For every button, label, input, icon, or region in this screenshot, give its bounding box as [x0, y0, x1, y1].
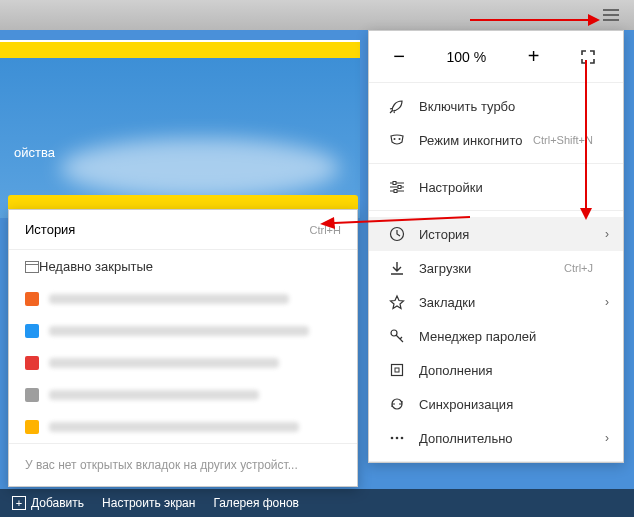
downloads-shortcut: Ctrl+J	[564, 262, 593, 274]
menu-item-more[interactable]: Дополнительно ›	[369, 421, 623, 455]
chevron-right-icon: ›	[605, 227, 609, 241]
svg-point-15	[396, 437, 399, 440]
history-label: История	[419, 227, 469, 242]
yellow-bar	[0, 40, 360, 58]
bookmarks-label: Закладки	[419, 295, 475, 310]
bottom-toolbar: + Добавить Настроить экран Галерея фонов	[0, 489, 634, 517]
favicon	[25, 420, 39, 434]
history-submenu: История Ctrl+H Недавно закрытые У вас не…	[8, 209, 358, 487]
mask-icon	[387, 132, 407, 148]
gallery-backgrounds-button[interactable]: Галерея фонов	[213, 496, 299, 510]
svg-rect-9	[394, 190, 397, 193]
menu-item-passwords[interactable]: Менеджер паролей	[369, 319, 623, 353]
recently-closed-item[interactable]: Недавно закрытые	[9, 250, 357, 283]
svg-rect-8	[398, 186, 401, 189]
svg-rect-12	[392, 365, 403, 376]
favicon	[25, 324, 39, 338]
history-entry[interactable]	[9, 379, 357, 411]
svg-point-3	[399, 138, 401, 140]
zoom-row: − 100 % +	[369, 31, 623, 83]
menu-item-sync[interactable]: Синхронизация	[369, 387, 623, 421]
add-label: Добавить	[31, 496, 84, 510]
chevron-right-icon: ›	[605, 431, 609, 445]
chevron-right-icon: ›	[605, 295, 609, 309]
sync-label: Синхронизация	[419, 397, 513, 412]
downloads-label: Загрузки	[419, 261, 471, 276]
more-label: Дополнительно	[419, 431, 513, 446]
passwords-label: Менеджер паролей	[419, 329, 536, 344]
configure-screen-label: Настроить экран	[102, 496, 195, 510]
favicon	[25, 356, 39, 370]
rocket-icon	[387, 98, 407, 114]
history-entry[interactable]	[9, 347, 357, 379]
menu-item-settings[interactable]: Настройки	[369, 170, 623, 204]
background-sky	[0, 58, 360, 218]
gallery-label: Галерея фонов	[213, 496, 299, 510]
turbo-label: Включить турбо	[419, 99, 515, 114]
incognito-shortcut: Ctrl+Shift+N	[533, 134, 593, 146]
window-top-bar	[0, 0, 634, 30]
tab-icon	[25, 261, 39, 273]
download-icon	[387, 260, 407, 276]
favicon	[25, 388, 39, 402]
zoom-in-button[interactable]: +	[522, 45, 546, 68]
puzzle-icon	[387, 362, 407, 378]
sync-icon	[387, 396, 407, 412]
history-entry[interactable]	[9, 411, 357, 443]
clock-icon	[387, 226, 407, 242]
recently-closed-label: Недавно закрытые	[39, 259, 153, 274]
svg-rect-7	[393, 182, 396, 185]
settings-label: Настройки	[419, 180, 483, 195]
hamburger-menu-button[interactable]	[596, 3, 626, 27]
add-button[interactable]: + Добавить	[12, 496, 84, 510]
history-submenu-header[interactable]: История Ctrl+H	[9, 210, 357, 250]
fullscreen-button[interactable]	[581, 50, 605, 64]
history-title: История	[25, 222, 75, 237]
menu-item-turbo[interactable]: Включить турбо	[369, 89, 623, 123]
svg-rect-0	[26, 261, 39, 272]
svg-point-2	[394, 138, 396, 140]
settings-panel-label: ойства	[14, 145, 55, 160]
key-icon	[387, 328, 407, 344]
history-shortcut: Ctrl+H	[310, 224, 341, 236]
menu-item-incognito[interactable]: Режим инкогнито Ctrl+Shift+N	[369, 123, 623, 157]
no-tabs-other-devices: У вас нет открытых вкладок на других уст…	[9, 443, 357, 486]
zoom-out-button[interactable]: −	[387, 45, 411, 68]
main-menu: − 100 % + Включить турбо Режим инкогнито…	[368, 30, 624, 463]
zoom-level: 100 %	[446, 49, 486, 65]
menu-item-downloads[interactable]: Загрузки Ctrl+J	[369, 251, 623, 285]
history-entry[interactable]	[9, 315, 357, 347]
favicon	[25, 292, 39, 306]
svg-point-14	[391, 437, 394, 440]
menu-item-history[interactable]: История ›	[369, 217, 623, 251]
svg-rect-13	[395, 368, 399, 372]
configure-screen-button[interactable]: Настроить экран	[102, 496, 195, 510]
svg-point-16	[401, 437, 404, 440]
plus-icon: +	[12, 496, 26, 510]
addons-label: Дополнения	[419, 363, 493, 378]
menu-item-bookmarks[interactable]: Закладки ›	[369, 285, 623, 319]
incognito-label: Режим инкогнито	[419, 133, 522, 148]
dots-icon	[387, 430, 407, 446]
cloud-graphic	[60, 138, 340, 198]
menu-item-addons[interactable]: Дополнения	[369, 353, 623, 387]
history-entry[interactable]	[9, 283, 357, 315]
sliders-icon	[387, 179, 407, 195]
star-icon	[387, 294, 407, 310]
